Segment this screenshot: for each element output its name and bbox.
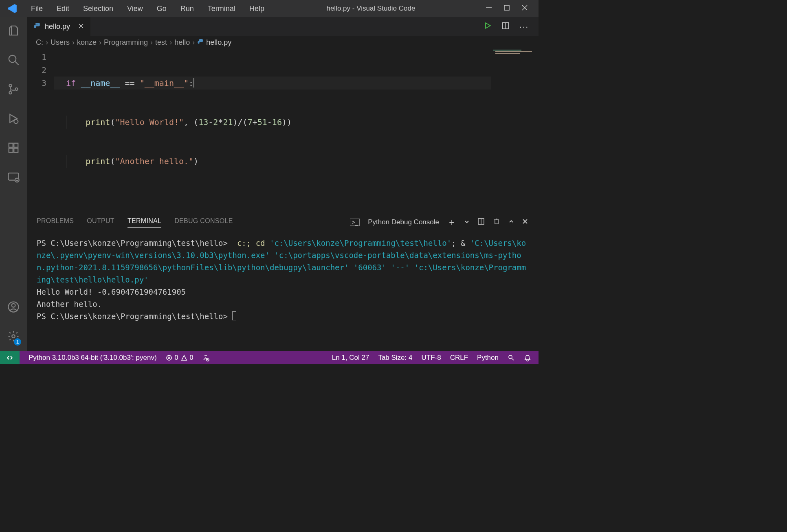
breadcrumb-seg[interactable]: hello	[174, 38, 190, 47]
kill-terminal-icon[interactable]	[493, 218, 500, 227]
remote-indicator-icon[interactable]	[0, 351, 20, 364]
status-problems[interactable]: 0 0	[166, 354, 193, 361]
status-error-count: 0	[175, 354, 178, 361]
settings-gear-icon[interactable]: 1	[7, 330, 20, 344]
title-bar: File Edit Selection View Go Run Terminal…	[0, 0, 539, 17]
status-python-interpreter[interactable]: Python 3.10.0b3 64-bit ('3.10.0b3': pyen…	[29, 354, 157, 362]
status-language[interactable]: Python	[477, 354, 499, 362]
close-panel-icon[interactable]	[522, 218, 528, 226]
panel-tabs: PROBLEMS OUTPUT TERMINAL DEBUG CONSOLE >…	[27, 213, 539, 231]
python-file-icon	[33, 22, 41, 31]
accounts-icon[interactable]	[7, 301, 20, 315]
svg-point-8	[15, 88, 18, 90]
svg-rect-12	[14, 148, 18, 152]
svg-rect-10	[9, 143, 13, 147]
more-actions-icon[interactable]: ···	[519, 22, 529, 31]
maximize-panel-icon[interactable]	[508, 218, 514, 226]
split-editor-icon[interactable]	[501, 22, 510, 31]
new-terminal-icon[interactable]: ＋	[447, 216, 456, 228]
tab-close-icon[interactable]	[78, 22, 84, 31]
breadcrumb-seg[interactable]: Users	[51, 38, 70, 47]
text-cursor	[193, 78, 194, 88]
editor-wrap: 1 2 3 if __name__ == "__main__": print("…	[27, 49, 539, 213]
menu-terminal[interactable]: Terminal	[205, 4, 238, 14]
panel-tab-problems[interactable]: PROBLEMS	[37, 217, 74, 227]
code-line[interactable]: print("Hello World!", (13-2*21)/(7+51-16…	[54, 116, 491, 129]
breadcrumb-seg[interactable]: C:	[36, 38, 43, 47]
svg-point-19	[35, 23, 36, 24]
maximize-icon[interactable]	[503, 4, 510, 13]
close-icon[interactable]	[521, 4, 528, 13]
panel: PROBLEMS OUTPUT TERMINAL DEBUG CONSOLE >…	[27, 213, 539, 351]
search-icon[interactable]	[7, 54, 20, 68]
terminal-launch-profile-icon[interactable]: >_	[350, 219, 360, 226]
menu-go[interactable]: Go	[154, 4, 169, 14]
status-feedback-icon[interactable]	[508, 354, 515, 361]
status-tab-size[interactable]: Tab Size: 4	[378, 354, 412, 362]
terminal-body[interactable]: PS C:\Users\konze\Programming\test\hello…	[27, 231, 539, 351]
svg-point-4	[9, 55, 16, 63]
breadcrumb-seg[interactable]: konze	[77, 38, 97, 47]
svg-point-18	[12, 335, 15, 338]
status-debug-icon[interactable]	[202, 354, 209, 361]
svg-point-32	[509, 355, 512, 359]
breadcrumb-seg[interactable]: Programming	[104, 38, 148, 47]
svg-rect-13	[14, 143, 18, 147]
svg-point-6	[9, 84, 11, 87]
status-cursor-position[interactable]: Ln 1, Col 27	[332, 354, 369, 362]
run-debug-icon[interactable]	[7, 112, 20, 126]
vscode-logo-icon	[0, 3, 24, 14]
svg-line-5	[15, 61, 19, 65]
remote-explorer-icon[interactable]	[7, 171, 20, 185]
breadcrumb-seg[interactable]: test	[155, 38, 167, 47]
run-file-icon[interactable]	[484, 22, 492, 31]
settings-badge: 1	[14, 338, 21, 346]
breadcrumb-file[interactable]: hello.py	[206, 38, 231, 47]
line-number-gutter: 1 2 3	[27, 49, 54, 213]
window-title: hello.py - Visual Studio Code	[267, 4, 475, 13]
svg-point-17	[12, 304, 15, 307]
svg-rect-1	[504, 5, 509, 10]
code-editor[interactable]: 1 2 3 if __name__ == "__main__": print("…	[27, 49, 491, 213]
terminal-cursor	[232, 311, 236, 320]
code-body[interactable]: if __name__ == "__main__": print("Hello …	[54, 49, 491, 213]
status-warning-count: 0	[190, 354, 193, 361]
terminal-dropdown-icon[interactable]	[464, 218, 469, 226]
breadcrumb[interactable]: C:› Users› konze› Programming› test› hel…	[27, 36, 539, 49]
code-line[interactable]: print("Another hello.")	[54, 155, 491, 168]
panel-tab-terminal[interactable]: TERMINAL	[128, 217, 161, 228]
split-terminal-icon[interactable]	[477, 218, 485, 227]
main-area: hello.py ··· C:› Users› konze› Programmi…	[27, 17, 539, 351]
tab-filename: hello.py	[45, 22, 70, 31]
main-menu: File Edit Selection View Go Run Terminal…	[24, 4, 267, 14]
explorer-icon[interactable]	[7, 24, 20, 38]
terminal-output: Hello World! -0.6904761904761905	[37, 287, 186, 296]
body: 1 hello.py ··· C:› Users›	[0, 17, 539, 351]
python-file-icon	[197, 38, 204, 47]
svg-rect-11	[9, 148, 13, 152]
status-notifications-icon[interactable]	[524, 354, 531, 361]
menu-edit[interactable]: Edit	[54, 4, 72, 14]
extensions-icon[interactable]	[7, 142, 20, 155]
source-control-icon[interactable]	[7, 83, 20, 97]
menu-run[interactable]: Run	[178, 4, 196, 14]
svg-point-7	[9, 92, 11, 94]
menu-file[interactable]: File	[29, 4, 45, 14]
svg-point-9	[14, 120, 18, 124]
panel-tab-output[interactable]: OUTPUT	[87, 217, 114, 227]
status-eol[interactable]: CRLF	[450, 354, 468, 362]
minimap[interactable]	[491, 49, 539, 213]
minimize-icon[interactable]	[486, 4, 492, 13]
terminal-output: Another hello.	[37, 300, 102, 309]
code-line[interactable]: if __name__ == "__main__":	[54, 77, 491, 90]
terminal-name[interactable]: Python Debug Console	[368, 218, 439, 226]
editor-tab-hello[interactable]: hello.py	[27, 17, 91, 36]
activity-bar: 1	[0, 17, 27, 351]
editor-tabs: hello.py ···	[27, 17, 539, 36]
status-bar: Python 3.10.0b3 64-bit ('3.10.0b3': pyen…	[0, 351, 539, 364]
panel-tab-debug-console[interactable]: DEBUG CONSOLE	[174, 217, 233, 227]
menu-selection[interactable]: Selection	[81, 4, 116, 14]
menu-view[interactable]: View	[125, 4, 145, 14]
menu-help[interactable]: Help	[247, 4, 267, 14]
status-encoding[interactable]: UTF-8	[421, 354, 441, 362]
